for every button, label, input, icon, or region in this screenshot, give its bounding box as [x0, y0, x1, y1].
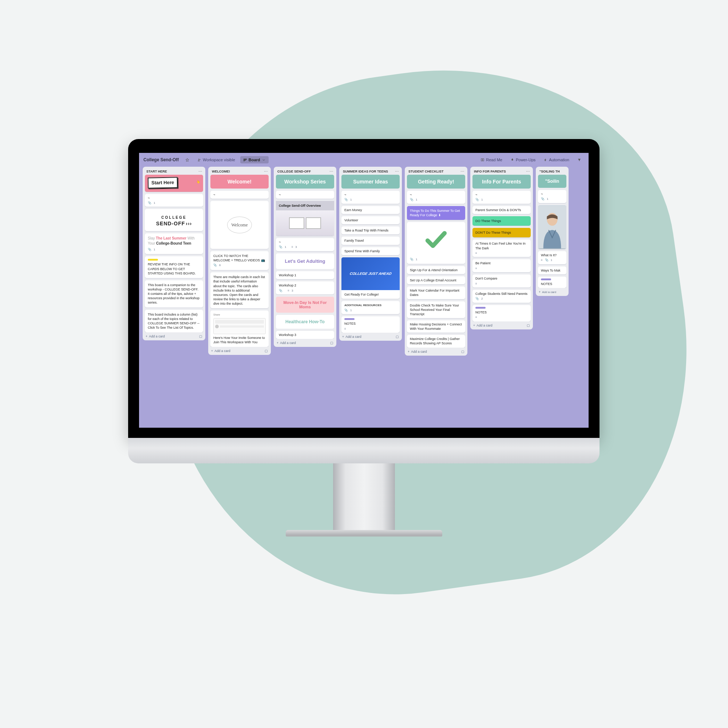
card-email-account[interactable]: Set Up A College Email Account	[407, 276, 465, 284]
list-menu-button[interactable]: ···	[329, 170, 333, 173]
attachment-icon: 📎	[148, 248, 151, 252]
attachment-icon: 📎	[279, 245, 283, 249]
share-thumbnail	[213, 318, 266, 334]
board-icon	[243, 158, 247, 162]
card-adulting-banner[interactable]: Let's Get Adulting	[276, 253, 334, 269]
card-welcome-banner[interactable]: Welcome!	[210, 175, 269, 188]
add-card-button[interactable]: +Add a card	[145, 335, 165, 338]
card-welcome-floral[interactable]: Welcome	[210, 201, 269, 249]
card-workshop-3[interactable]: Workshop 3	[276, 331, 334, 339]
svg-rect-4	[246, 158, 247, 160]
card-template-icon[interactable]: ▢	[527, 324, 530, 327]
card-explain-lists[interactable]: There are multiple cards in each list th…	[210, 272, 269, 308]
card-start-here-banner[interactable]: Start Here 👆	[145, 175, 203, 192]
list-title[interactable]: SUMMER IDEAS FOR TEENS	[343, 170, 388, 173]
list-title[interactable]: WELCOME!	[212, 170, 230, 173]
card-tilde[interactable]: ~ 📎1	[473, 191, 531, 204]
card-soiling-banner[interactable]: "Soilin	[538, 175, 566, 188]
card-movein-banner[interactable]: Move-In Day Is Not For Moms	[276, 297, 334, 313]
read-me-button[interactable]: Read Me	[477, 156, 505, 164]
card-ways[interactable]: Ways To Mak	[538, 266, 566, 274]
card-additional-resources[interactable]: ADDITIONAL RESOURCES 📎1	[341, 301, 400, 315]
add-card-button[interactable]: +Add a card	[408, 350, 427, 353]
card-do-these[interactable]: DO These Things	[473, 216, 531, 226]
card-tilde[interactable]: ~ 📎1	[538, 190, 566, 203]
filter-button[interactable]	[574, 156, 584, 164]
card-overview[interactable]: College Send-Off Overview	[276, 201, 334, 236]
card-notes[interactable]: NOTES ≡	[341, 316, 400, 333]
attachment-icon: 📎	[476, 297, 479, 301]
card-share[interactable]: Share Here's How Your Invite Someone to …	[210, 310, 269, 347]
star-button[interactable]	[182, 156, 192, 164]
card-slay-summer[interactable]: Slay The Last Summer With Your College-B…	[145, 233, 203, 254]
card-volunteer[interactable]: Volunteer	[341, 216, 400, 224]
card-notes[interactable]: NOTES ≡	[473, 305, 531, 321]
board-view-button[interactable]: Board	[240, 156, 269, 164]
description-icon: ≡	[476, 252, 477, 255]
card-in-the-dark[interactable]: At Times It Can Feel Like You're In The …	[473, 240, 531, 257]
card-college-logo[interactable]: COLLEGE SEND-OFF›››	[145, 209, 203, 231]
card-housing[interactable]: Make Housing Decisions + Connect With Yo…	[407, 320, 465, 333]
card-transcript[interactable]: Double Check To Make Sure Your School Re…	[407, 301, 465, 318]
list-title[interactable]: START HERE	[146, 170, 167, 173]
add-card-button[interactable]: +Add a card	[342, 335, 361, 338]
power-ups-button[interactable]: Power-Ups	[508, 156, 538, 164]
card-person-image[interactable]	[538, 205, 566, 249]
card-roadtrip[interactable]: Take a Road Trip With Friends	[341, 226, 400, 234]
add-card-button[interactable]: +Add a card	[473, 324, 492, 327]
card-dont-these[interactable]: DON'T Do These Things	[473, 228, 531, 237]
card-template-icon[interactable]: ▢	[461, 350, 465, 353]
card-still-need-parents[interactable]: College Students Still Need Parents 📎2	[473, 290, 531, 303]
card-template-icon[interactable]: ▢	[265, 349, 268, 353]
card-tilde[interactable]: ~ 📎1	[407, 191, 465, 204]
card-things-to-do[interactable]: Things To Do This Summer To Get Ready Fo…	[407, 206, 465, 220]
card-tilde[interactable]: ~	[276, 191, 334, 199]
card-tilde[interactable]: ~ 📎1	[341, 191, 400, 204]
card-parents-banner[interactable]: Info For Parents	[473, 175, 531, 188]
card-tilde[interactable]: ~	[210, 191, 269, 199]
card-maximize-credits[interactable]: Maximize College Credits | Gather Record…	[407, 335, 465, 347]
list-title[interactable]: INFO FOR PARENTS	[474, 170, 506, 173]
list-menu-button[interactable]: ···	[526, 170, 530, 173]
card-summer-banner[interactable]: Summer Ideas	[341, 175, 400, 188]
card-tilde-1[interactable]: ~ 📎1	[145, 194, 203, 207]
list-menu-button[interactable]: ···	[460, 170, 465, 173]
card-click-watch[interactable]: CLICK TO WATCH THE WELCOME + TRELLO VIDE…	[210, 251, 269, 270]
card-template-icon[interactable]: ▢	[330, 341, 333, 345]
card-template-icon[interactable]: ▢	[199, 335, 202, 338]
card-what-is-it[interactable]: What Is It? ≡📎1	[538, 251, 566, 264]
card-earn-money[interactable]: Earn Money	[341, 206, 400, 214]
card-companion[interactable]: This board is a companion to the worksho…	[145, 280, 203, 307]
automation-button[interactable]: Automation	[541, 156, 572, 164]
card-review-info[interactable]: REVIEW THE INFO ON THE CARDS BELOW TO GE…	[145, 256, 203, 278]
card-notes[interactable]: NOTES	[538, 277, 566, 288]
card-be-patient[interactable]: Be Patient ≡	[473, 259, 531, 272]
card-healthcare-banner[interactable]: Healthcare How-To	[276, 315, 334, 329]
card-family-travel[interactable]: Family Travel	[341, 237, 400, 245]
list-menu-button[interactable]: ···	[395, 170, 399, 173]
add-card-button[interactable]: +Add a card	[211, 349, 230, 353]
list-menu-button[interactable]: ···	[198, 170, 202, 173]
card-workshop-1[interactable]: Workshop 1	[276, 271, 334, 279]
label-purple	[476, 307, 486, 309]
list-title[interactable]: STUDENT CHECKLIST	[408, 170, 444, 173]
card-calendar[interactable]: Mark Your Calendar For Important Dates	[407, 286, 465, 299]
add-card-button[interactable]: +Add a card	[277, 341, 296, 345]
card-overview-meta[interactable]: ~ 📎1 ≡3	[276, 238, 334, 251]
card-dos-donts[interactable]: Parent Summer DOs & DON'Ts	[473, 206, 531, 214]
add-card-button[interactable]: +Add a card	[539, 290, 556, 294]
list-title[interactable]: COLLEGE SEND-OFF	[277, 170, 311, 173]
list-title[interactable]: "SOILING TH	[540, 170, 560, 173]
card-workshop-series-banner[interactable]: Workshop Series	[276, 175, 334, 188]
list-menu-button[interactable]: ···	[264, 170, 268, 173]
card-dont-compare[interactable]: Don't Compare ≡	[473, 274, 531, 288]
card-template-icon[interactable]: ▢	[396, 335, 399, 338]
card-college-ahead[interactable]: COLLEGE JUST AHEAD Get Ready For College…	[341, 257, 400, 299]
card-includes-column[interactable]: This board includes a column (list) for …	[145, 310, 203, 333]
workspace-visibility[interactable]: Workspace visible	[194, 156, 238, 164]
card-spend-time-family[interactable]: Spend Time With Family	[341, 247, 400, 255]
card-workshop-2[interactable]: Workshop 2 📎 ≡3	[276, 281, 334, 294]
card-orientation[interactable]: Sign Up For & Attend Orientation	[407, 266, 465, 274]
card-checkmark[interactable]: 📎1	[407, 222, 465, 264]
card-getting-ready-banner[interactable]: Getting Ready!	[407, 175, 465, 188]
